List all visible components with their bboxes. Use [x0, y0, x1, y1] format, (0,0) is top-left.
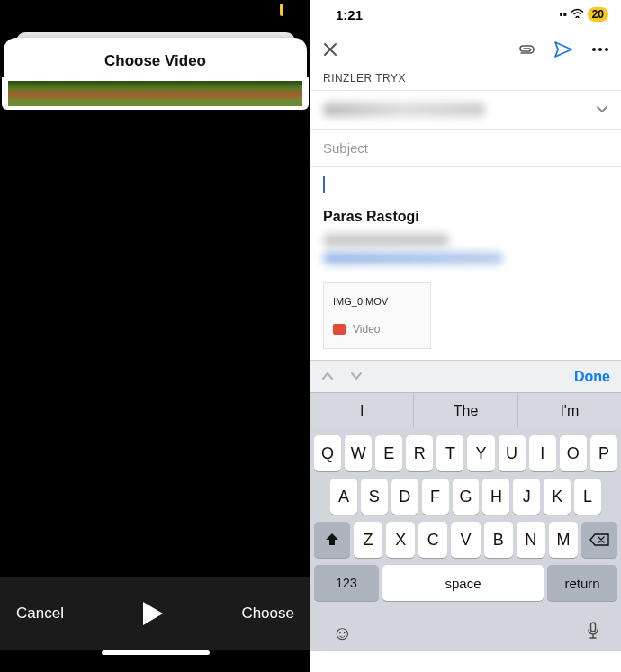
- suggestion-1[interactable]: The: [413, 393, 517, 428]
- svg-rect-0: [591, 623, 596, 632]
- done-button[interactable]: Done: [574, 369, 610, 385]
- key-b[interactable]: B: [484, 522, 513, 558]
- key-shift[interactable]: [314, 522, 350, 558]
- to-row[interactable]: [310, 90, 621, 130]
- key-numbers[interactable]: 123: [314, 565, 379, 601]
- key-c[interactable]: C: [418, 522, 447, 558]
- key-m[interactable]: M: [549, 522, 578, 558]
- attachment-card[interactable]: IMG_0.MOV Video: [323, 282, 431, 349]
- sheet-container: Choose Video: [0, 25, 310, 110]
- key-u[interactable]: U: [499, 435, 526, 471]
- attachment-kind: Video: [353, 323, 380, 336]
- from-label: RINZLER TRYX: [310, 67, 621, 90]
- choose-button[interactable]: Choose: [241, 605, 294, 623]
- to-field-blurred: [323, 103, 485, 117]
- keyboard: Q W E R T Y U I O P A S D F G H J K L Z: [310, 428, 621, 615]
- suggestion-bar: I The I'm: [310, 392, 621, 428]
- cancel-button[interactable]: Cancel: [16, 605, 64, 623]
- signature-blurred: [310, 232, 621, 282]
- close-icon[interactable]: [323, 42, 338, 57]
- home-indicator: [0, 650, 310, 672]
- compose-nav: [310, 25, 621, 67]
- key-q[interactable]: Q: [314, 435, 341, 471]
- signature-name: Paras Rastogi: [310, 203, 621, 232]
- compose-panel: 1:21 ▪▪ 20 RINZLER TRYX S: [310, 0, 621, 672]
- keyboard-accessory: Done: [310, 360, 621, 392]
- key-l[interactable]: L: [574, 479, 601, 515]
- keyboard-footer: ☺: [310, 615, 621, 651]
- more-icon[interactable]: [592, 48, 608, 51]
- key-g[interactable]: G: [453, 479, 480, 515]
- attachment-filename: IMG_0.MOV: [333, 296, 421, 307]
- battery-indicator-icon: [280, 4, 284, 16]
- video-file-icon: [333, 324, 346, 335]
- key-z[interactable]: Z: [354, 522, 382, 558]
- key-space[interactable]: space: [382, 565, 544, 601]
- key-s[interactable]: S: [361, 479, 388, 515]
- key-x[interactable]: X: [386, 522, 415, 558]
- clock: 1:21: [336, 7, 363, 22]
- key-v[interactable]: V: [451, 522, 480, 558]
- key-h[interactable]: H: [482, 479, 509, 515]
- next-field-icon[interactable]: [350, 369, 363, 385]
- key-backspace[interactable]: [581, 522, 617, 558]
- text-cursor: [323, 176, 325, 193]
- key-t[interactable]: T: [436, 435, 464, 471]
- key-k[interactable]: K: [544, 479, 571, 515]
- signal-icon: ▪▪: [559, 8, 567, 21]
- key-f[interactable]: F: [422, 479, 449, 515]
- key-y[interactable]: Y: [467, 435, 494, 471]
- key-e[interactable]: E: [375, 435, 402, 471]
- video-filmstrip[interactable]: [2, 77, 309, 110]
- key-a[interactable]: A: [330, 479, 357, 515]
- key-i[interactable]: I: [529, 435, 556, 471]
- chevron-down-icon[interactable]: [596, 102, 608, 118]
- key-return[interactable]: return: [547, 565, 617, 601]
- play-icon[interactable]: [143, 602, 163, 625]
- suggestion-0[interactable]: I: [310, 393, 413, 428]
- status-bar-left: [0, 0, 310, 25]
- key-d[interactable]: D: [392, 479, 418, 515]
- sheet-title: Choose Video: [4, 38, 307, 77]
- battery-pill: 20: [588, 7, 608, 22]
- subject-placeholder: Subject: [323, 140, 368, 156]
- key-j[interactable]: J: [513, 479, 540, 515]
- key-o[interactable]: O: [560, 435, 587, 471]
- key-w[interactable]: W: [345, 435, 372, 471]
- wifi-icon: [571, 8, 584, 21]
- emoji-icon[interactable]: ☺: [332, 622, 352, 645]
- dictation-icon[interactable]: [587, 622, 599, 645]
- status-bar-right: 1:21 ▪▪ 20: [310, 0, 621, 25]
- suggestion-2[interactable]: I'm: [518, 393, 621, 428]
- send-icon[interactable]: [554, 41, 572, 58]
- key-r[interactable]: R: [406, 435, 433, 471]
- body-input[interactable]: [310, 167, 621, 203]
- key-p[interactable]: P: [590, 435, 617, 471]
- video-picker-panel: Choose Video Cancel Choose: [0, 0, 310, 672]
- subject-input[interactable]: Subject: [310, 130, 621, 167]
- attachment-icon[interactable]: [517, 43, 535, 56]
- bottom-toolbar: Cancel Choose: [0, 577, 310, 650]
- prev-field-icon[interactable]: [321, 369, 334, 385]
- key-n[interactable]: N: [517, 522, 545, 558]
